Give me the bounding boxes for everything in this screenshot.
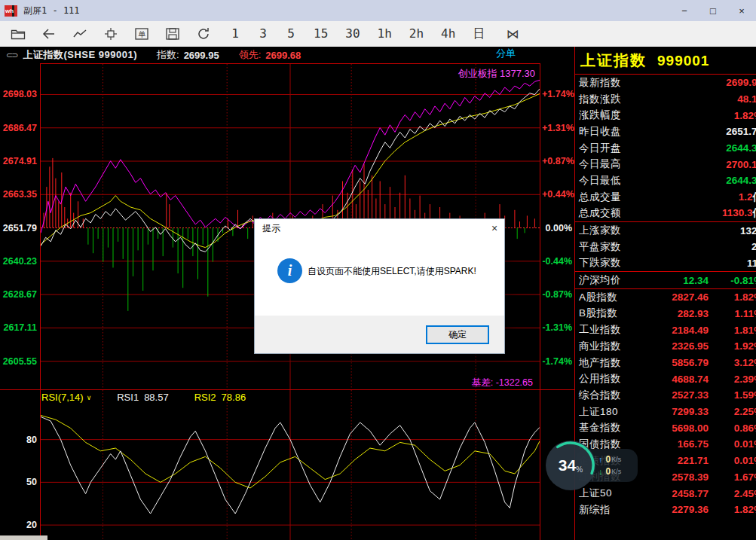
quote-row-value: 1.82% (709, 110, 756, 121)
quote-row[interactable]: 工业指数2184.491.81% (575, 322, 756, 338)
order-split-tag[interactable]: 分单 (496, 47, 516, 60)
quote-row-value: 1.92% (709, 340, 756, 352)
quote-row-label: 涨跌幅度 (579, 108, 621, 122)
quote-row-value: 2700.19 (709, 159, 756, 170)
axis-tick-label: +0.87% (542, 156, 572, 166)
quote-row[interactable]: 地产指数5856.793.12% (575, 355, 756, 371)
folder-icon[interactable] (11, 26, 26, 41)
quote-row[interactable]: 新综指2279.361.82% (575, 502, 756, 518)
save-icon[interactable] (165, 26, 180, 41)
dialog-close-icon[interactable]: × (485, 220, 504, 236)
link-icon[interactable]: ⊂⊃ (6, 50, 17, 60)
chevron-down-icon[interactable]: ∨ (87, 394, 92, 401)
period-button-2h[interactable]: 2h (409, 26, 424, 42)
lead-value: 2699.68 (265, 50, 301, 61)
toolbar: 单 13515301h2h4h日 ⋈ (0, 21, 756, 47)
quote-row[interactable]: 上涨家数1322 (575, 222, 756, 239)
ok-button[interactable]: 确定 (426, 325, 489, 344)
window-titlebar: wh 副屏1 - 111 − □ × (0, 0, 756, 21)
quote-row[interactable]: 平盘家数22 (575, 239, 756, 255)
candlestick-icon[interactable] (103, 26, 118, 41)
maximize-button[interactable]: □ (699, 0, 727, 21)
toolbar-period-group: 13515301h2h4h日 (230, 26, 485, 42)
axis-tick-label: 2605.55 (1, 356, 37, 367)
lead-label: 领先: (239, 48, 262, 62)
quote-row[interactable]: 总成交额1130.3亿 (575, 206, 756, 222)
order-icon[interactable]: 单 (134, 26, 149, 41)
quote-row-value: 22 (709, 241, 756, 252)
symbol-name[interactable]: 上证指数(SHSE 999001) (23, 48, 137, 62)
upload-speed: 0 (606, 454, 611, 465)
axis-tick-label: 0.00% (542, 223, 572, 233)
quote-row-value: 111 (709, 258, 756, 269)
quote-row-label: 公用指数 (579, 372, 621, 386)
download-arrow-icon: ↓ (598, 467, 603, 476)
quote-row[interactable]: B股指数282.931.11% (575, 306, 756, 322)
quote-row-mid-value: 7299.33 (642, 406, 709, 417)
line-chart-icon[interactable] (72, 26, 87, 41)
quote-row[interactable]: 上证1807299.332.25% (575, 404, 756, 420)
axis-tick-label: +1.74% (542, 89, 572, 99)
quote-row-label: 平盘家数 (579, 240, 621, 254)
quote-row-mid-value: 2578.39 (642, 471, 709, 483)
refresh-icon[interactable] (196, 26, 211, 41)
back-arrow-icon[interactable] (41, 26, 57, 41)
period-button-15[interactable]: 15 (314, 26, 328, 42)
period-button-30[interactable]: 30 (345, 26, 360, 42)
quote-row-value: 1130.3亿 (709, 206, 756, 220)
quote-row-mid-value: 5698.00 (642, 423, 709, 434)
window-controls: − □ × (670, 0, 756, 21)
period-button-1[interactable]: 1 (230, 26, 240, 42)
toolbar-icon-group: 单 (11, 26, 211, 41)
quote-row-label: 商业指数 (579, 340, 621, 353)
quote-row[interactable]: 下跌家数111 (575, 255, 756, 272)
quote-row-label: A股指数 (579, 291, 618, 304)
minimize-button[interactable]: − (670, 0, 699, 21)
quote-row[interactable]: 公用指数4688.742.39% (575, 371, 756, 387)
plot-right-border (540, 63, 540, 540)
quote-row[interactable]: 最新指数2699.95 (575, 75, 756, 91)
quote-row-value: 1.2亿 (709, 191, 756, 204)
quote-row-label: 总成交额 (579, 206, 621, 220)
quote-row[interactable]: 今日最高2700.19 (575, 156, 756, 172)
period-button-5[interactable]: 5 (286, 26, 296, 42)
rsi-chart[interactable] (41, 390, 540, 540)
quote-row[interactable]: 昨日收盘2651.79 (575, 124, 756, 140)
quote-row[interactable]: 综合指数2527.331.59% (575, 387, 756, 404)
quote-row-value: 2644.30 (709, 142, 756, 154)
quote-row[interactable]: 基金指数5698.000.86% (575, 419, 756, 436)
quote-panel-title[interactable]: 上证指数 999001 (575, 47, 756, 74)
quote-row-value: 1.82% (709, 504, 756, 515)
quote-row-label: 今日最高 (579, 157, 621, 171)
axis-tick-label: 2698.03 (1, 89, 37, 99)
close-button[interactable]: × (727, 0, 756, 21)
basis-label: 基差: -1322.65 (362, 377, 533, 389)
quote-row[interactable]: 商业指数2326.951.92% (575, 338, 756, 355)
quote-row-value: 0.86% (709, 423, 756, 434)
quote-row[interactable]: 涨跌幅度1.82% (575, 107, 756, 124)
quote-row[interactable]: 指数涨跌48.16 (575, 91, 756, 108)
fit-width-icon[interactable]: ⋈ (505, 26, 520, 41)
rsi-header: RSI(7,14) ∨ RSI188.57 RSI278.86 (41, 392, 246, 403)
quote-row[interactable]: A股指数2827.461.82% (575, 289, 756, 306)
quote-row-value: 3.12% (709, 357, 756, 368)
axis-tick-label: -0.87% (542, 289, 572, 300)
period-button-3[interactable]: 3 (258, 26, 268, 42)
quote-row[interactable]: 今日开盘2644.30 (575, 140, 756, 157)
quote-row[interactable]: 总成交量1.2亿 (575, 189, 756, 206)
axis-tick-label: +0.44% (542, 189, 572, 200)
quote-row[interactable]: 沪深均价12.34-0.81% (575, 272, 756, 288)
quote-row[interactable]: 今日最低2644.30 (575, 172, 756, 189)
period-button-4h[interactable]: 4h (441, 26, 455, 42)
period-button-日[interactable]: 日 (473, 26, 485, 42)
quote-row-label: 工业指数 (579, 323, 621, 337)
window-title: 副屏1 - 111 (23, 5, 80, 17)
rsi-indicator-selector[interactable]: RSI(7,14) (41, 392, 84, 403)
period-button-1h[interactable]: 1h (378, 26, 392, 42)
quote-row-label: 今日最低 (579, 174, 621, 188)
dialog: 提示 × i 自设页面不能使用SELECT,请使用SPARK! 确定 (254, 218, 505, 354)
rsi2-value: 78.86 (222, 392, 246, 403)
quote-row-value: 0.01% (709, 438, 756, 450)
quote-row-mid-value: 2279.36 (642, 504, 709, 515)
net-monitor-overlay[interactable]: ↑0K/s ↓0K/s 34 % (546, 441, 640, 490)
